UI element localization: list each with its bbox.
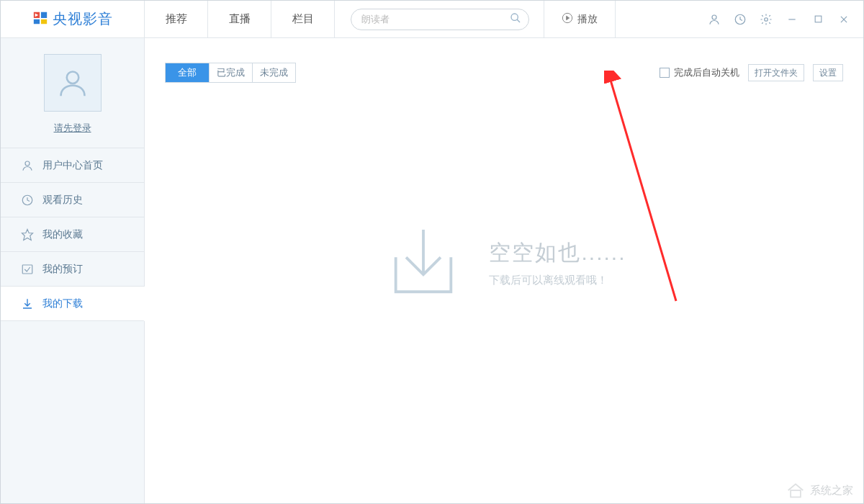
svg-point-5	[511, 14, 518, 20]
header: 央视影音 推荐 直播 栏目 播放	[1, 1, 863, 38]
watermark: 系统之家	[786, 482, 853, 499]
header-actions	[616, 1, 863, 37]
search-box[interactable]	[351, 9, 529, 30]
toolbar-right: 完成后自动关机 打开文件夹 设置	[660, 64, 843, 81]
nav-tab-columns[interactable]: 栏目	[271, 1, 335, 37]
nav-tab-recommend[interactable]: 推荐	[145, 1, 208, 37]
checkbox-icon	[660, 68, 670, 78]
app-title: 央视影音	[53, 9, 113, 29]
play-icon	[562, 12, 573, 26]
svg-rect-4	[40, 19, 46, 23]
download-icon	[21, 297, 34, 310]
open-folder-button[interactable]: 打开文件夹	[748, 64, 804, 81]
svg-rect-2	[40, 12, 46, 17]
maximize-icon[interactable]	[810, 12, 826, 27]
close-icon[interactable]	[836, 12, 852, 27]
user-icon	[21, 159, 34, 172]
sidebar-item-label: 我的预订	[42, 263, 83, 276]
search-icon[interactable]	[510, 12, 521, 27]
svg-rect-24	[791, 490, 801, 497]
body: 请先登录 用户中心首页 观看历史 我的收藏 我的预订 我的下载	[1, 38, 863, 503]
sidebar-item-label: 用户中心首页	[42, 159, 103, 172]
avatar[interactable]	[44, 54, 102, 112]
clock-icon	[21, 194, 34, 207]
sidebar-item-label: 我的下载	[42, 297, 83, 310]
svg-rect-13	[815, 16, 822, 22]
svg-point-11	[765, 17, 768, 21]
watermark-text: 系统之家	[810, 484, 853, 498]
checkbox-label: 完成后自动关机	[674, 66, 739, 79]
auto-shutdown-checkbox[interactable]: 完成后自动关机	[660, 66, 739, 79]
sidebar-item-downloads[interactable]: 我的下载	[1, 287, 145, 321]
empty-subtitle: 下载后可以离线观看哦！	[489, 273, 626, 287]
settings-button[interactable]: 设置	[813, 64, 843, 81]
svg-point-16	[66, 71, 78, 84]
svg-marker-19	[22, 229, 33, 240]
sidebar-item-history[interactable]: 观看历史	[1, 183, 144, 217]
sidebar-item-user-center[interactable]: 用户中心首页	[1, 148, 144, 183]
logo-icon	[32, 10, 48, 29]
sidebar: 请先登录 用户中心首页 观看历史 我的收藏 我的预订 我的下载	[1, 38, 145, 503]
checkbox-icon	[21, 263, 34, 276]
svg-marker-8	[567, 16, 570, 19]
download-empty-icon	[382, 220, 464, 305]
logo: 央视影音	[1, 1, 145, 37]
user-icon[interactable]	[706, 12, 722, 27]
svg-point-17	[25, 161, 30, 166]
nav-tabs: 推荐 直播 栏目	[145, 1, 335, 37]
login-link[interactable]: 请先登录	[54, 122, 91, 135]
star-icon	[21, 228, 34, 241]
filter-tab-all[interactable]: 全部	[166, 63, 209, 82]
history-icon[interactable]	[732, 12, 748, 27]
app-window: 央视影音 推荐 直播 栏目 播放	[0, 0, 864, 504]
svg-rect-20	[22, 265, 32, 274]
empty-text: 空空如也...... 下载后可以离线观看哦！	[489, 238, 626, 287]
main-content: 全部 已完成 未完成 完成后自动关机 打开文件夹 设置	[145, 38, 863, 503]
search-wrap	[351, 1, 529, 37]
sidebar-item-reservations[interactable]: 我的预订	[1, 252, 144, 287]
empty-title: 空空如也......	[489, 238, 626, 267]
play-button[interactable]: 播放	[544, 1, 616, 37]
toolbar: 全部 已完成 未完成 完成后自动关机 打开文件夹 设置	[165, 63, 843, 83]
nav-tab-live[interactable]: 直播	[208, 1, 271, 37]
minimize-icon[interactable]	[784, 12, 800, 27]
profile-section: 请先登录	[1, 38, 144, 148]
sidebar-item-label: 观看历史	[42, 194, 83, 207]
sidebar-item-favorites[interactable]: 我的收藏	[1, 217, 144, 252]
svg-rect-3	[33, 19, 39, 23]
filter-tab-done[interactable]: 已完成	[209, 63, 252, 82]
svg-line-6	[517, 19, 520, 22]
svg-point-9	[712, 15, 716, 19]
gear-icon[interactable]	[758, 12, 774, 27]
house-icon	[786, 482, 806, 499]
play-label: 播放	[577, 13, 598, 26]
empty-state: 空空如也...... 下载后可以离线观看哦！	[382, 220, 626, 305]
filter-tabs: 全部 已完成 未完成	[165, 63, 296, 83]
search-input[interactable]	[361, 14, 510, 24]
filter-tab-pending[interactable]: 未完成	[252, 63, 295, 82]
sidebar-item-label: 我的收藏	[42, 228, 83, 241]
